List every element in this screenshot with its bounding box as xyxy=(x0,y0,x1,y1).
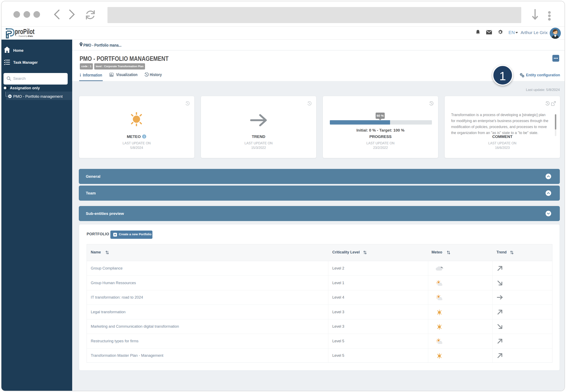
svg-text:i: i xyxy=(144,135,145,138)
